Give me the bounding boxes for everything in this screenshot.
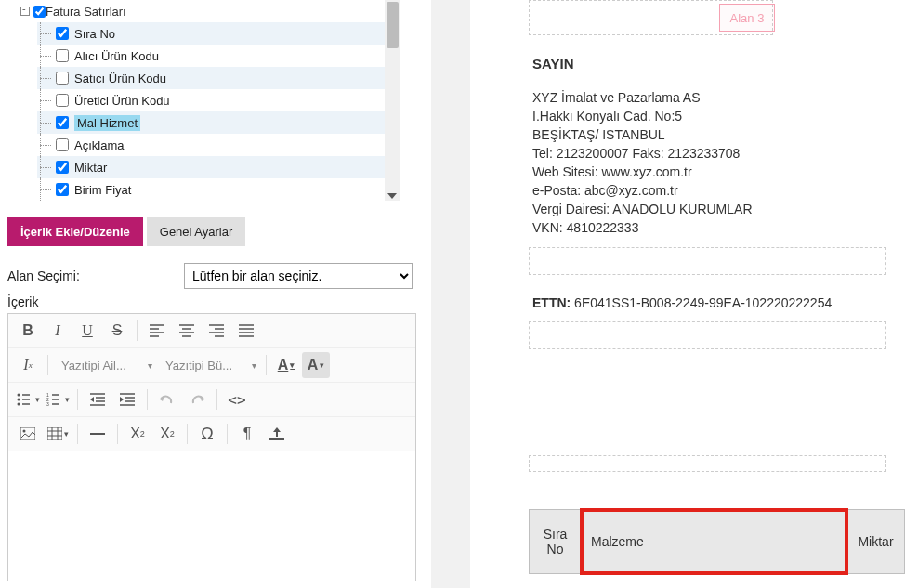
tree-scrollbar[interactable]	[385, 0, 400, 201]
alan-secimi-select[interactable]: Lütfen bir alan seçiniz.	[184, 263, 413, 289]
bg-color-button[interactable]: A▾	[302, 352, 330, 378]
svg-marker-32	[90, 397, 94, 402]
vergi-dairesi: Vergi Dairesi: ANADOLU KURUMLAR	[532, 200, 868, 218]
table-button[interactable]: ▾	[44, 421, 72, 447]
tab-icerik-ekle[interactable]: İçerik Ekle/Düzenle	[7, 217, 143, 246]
icerik-label: İçerik	[7, 294, 423, 309]
checkbox-satici[interactable]	[56, 72, 69, 85]
th-miktar: Miktar	[847, 510, 905, 574]
tree-item-miktar[interactable]: Miktar	[37, 156, 400, 178]
tree-children: Sıra No Alıcı Ürün Kodu Satıcı Ürün Kodu…	[6, 22, 400, 201]
ettn-row: ETTN: 6E041SS1-B008-2249-99EA-1022202222…	[532, 295, 832, 310]
svg-point-18	[17, 403, 20, 406]
company-name: XYZ İmalat ve Pazarlama AS	[532, 88, 868, 107]
editor-toolbar: B I U S Ix Yazıtipi Ail...▾ Yazıtipi Bü.…	[7, 313, 416, 451]
special-char-button[interactable]: Ω	[193, 421, 221, 447]
svg-marker-50	[273, 427, 281, 432]
tab-genel-ayarlar[interactable]: Genel Ayarlar	[147, 217, 246, 246]
tree-item-sira-no[interactable]: Sıra No	[37, 22, 400, 45]
svg-rect-40	[20, 427, 35, 440]
tree-item-birim-fiyat[interactable]: Birim Fiyat	[37, 178, 400, 201]
image-button[interactable]	[14, 421, 42, 447]
alan3-placeholder[interactable]: Alan 3	[719, 4, 775, 32]
address-line-1: I.Hakkı Konyalı Cad. No:5	[532, 107, 868, 125]
editor-textarea[interactable]	[7, 451, 416, 581]
tree-item-alici[interactable]: Alıcı Ürün Kodu	[37, 45, 400, 67]
superscript-button[interactable]: X2	[153, 421, 181, 447]
sayin-title: SAYIN	[532, 56, 868, 72]
align-left-button[interactable]	[143, 318, 171, 344]
tree-item-aciklama[interactable]: Açıklama	[37, 134, 400, 156]
caret-down-icon: ▾	[252, 360, 256, 371]
number-list-button[interactable]: 123▾	[44, 386, 72, 412]
underline-button[interactable]: U	[73, 318, 101, 344]
checkbox-aciklama[interactable]	[56, 138, 69, 151]
tree-parent-fatura[interactable]: Fatura Satırları	[6, 0, 400, 22]
checkbox-birim-fiyat[interactable]	[56, 183, 69, 196]
left-panel: Fatura Satırları Sıra No Alıcı Ürün Kodu…	[0, 0, 423, 588]
checkbox-mal-hizmet[interactable]	[56, 116, 69, 129]
address-line-2: BEŞİKTAŞ/ ISTANBUL	[532, 125, 868, 144]
font-size-dropdown[interactable]: Yazıtipi Bü...▾	[158, 352, 260, 378]
svg-point-41	[23, 430, 26, 433]
tree-item-uretici[interactable]: Üretici Ürün Kodu	[37, 89, 400, 111]
outdent-button[interactable]	[84, 386, 111, 412]
text-color-button[interactable]: A▾	[272, 352, 300, 378]
undo-button[interactable]	[153, 386, 181, 412]
svg-marker-37	[120, 397, 124, 402]
ettn-value: 6E041SS1-B008-2249-99EA-102220222254	[574, 295, 832, 310]
scroll-down-icon[interactable]	[387, 193, 397, 199]
recipient-block: SAYIN XYZ İmalat ve Pazarlama AS I.Hakkı…	[532, 56, 868, 237]
subscript-button[interactable]: X2	[124, 421, 151, 447]
scroll-thumb[interactable]	[387, 2, 399, 48]
align-center-button[interactable]	[173, 318, 201, 344]
align-justify-button[interactable]	[232, 318, 260, 344]
source-button[interactable]: <>	[223, 386, 251, 412]
tree-item-mal-hizmet[interactable]: Mal Hizmet	[37, 111, 400, 134]
redo-button[interactable]	[183, 386, 211, 412]
tree-toggle-icon[interactable]	[20, 7, 30, 16]
align-right-button[interactable]	[203, 318, 230, 344]
alan-secimi-label: Alan Seçimi:	[7, 268, 184, 283]
tree-container: Fatura Satırları Sıra No Alıcı Ürün Kodu…	[0, 0, 400, 201]
font-family-dropdown[interactable]: Yazıtipi Ail...▾	[54, 352, 156, 378]
tabs: İçerik Ekle/Düzenle Genel Ayarlar	[7, 217, 423, 246]
eposta: e-Posta: abc@xyz.com.tr	[532, 181, 868, 200]
clear-format-button[interactable]: Ix	[14, 352, 42, 378]
checkbox-miktar[interactable]	[56, 161, 69, 174]
tel-faks: Tel: 2123200007 Faks: 2123233708	[532, 144, 868, 163]
checkbox-uretici[interactable]	[56, 94, 69, 107]
bullet-list-button[interactable]: ▾	[14, 386, 42, 412]
tree-parent-label: Fatura Satırları	[46, 5, 126, 19]
checkbox-sira-no[interactable]	[56, 27, 69, 40]
bold-button[interactable]: B	[14, 318, 42, 344]
svg-rect-42	[47, 427, 62, 440]
invoice-table: Sıra No Malzeme Miktar	[529, 509, 905, 574]
upload-button[interactable]	[263, 421, 291, 447]
dashed-placeholder-3	[529, 321, 886, 349]
ettn-label: ETTN:	[532, 295, 571, 310]
dashed-placeholder-4	[529, 455, 886, 472]
caret-down-icon: ▾	[148, 360, 152, 371]
dashed-placeholder-2	[529, 247, 886, 275]
divider-bar	[431, 0, 470, 588]
alan-secimi-row: Alan Seçimi: Lütfen bir alan seçiniz.	[7, 263, 423, 289]
web-site: Web Sitesi: www.xyz.com.tr	[532, 163, 868, 181]
indent-button[interactable]	[113, 386, 141, 412]
vkn: VKN: 4810222333	[532, 218, 868, 237]
svg-point-16	[17, 394, 20, 397]
tree-parent-checkbox[interactable]	[33, 6, 46, 18]
checkbox-alici[interactable]	[56, 49, 69, 62]
italic-button[interactable]: I	[44, 318, 72, 344]
th-sira-no: Sıra No	[530, 510, 582, 574]
paragraph-button[interactable]: ¶	[233, 421, 261, 447]
tree-item-satici[interactable]: Satıcı Ürün Kodu	[37, 67, 400, 89]
th-malzeme[interactable]: Malzeme	[582, 510, 847, 574]
preview-panel: Alan 3 SAYIN XYZ İmalat ve Pazarlama AS …	[488, 0, 905, 588]
svg-point-17	[17, 399, 20, 401]
hr-button[interactable]	[84, 421, 111, 447]
svg-text:3: 3	[46, 401, 49, 406]
strike-button[interactable]: S	[103, 318, 131, 344]
